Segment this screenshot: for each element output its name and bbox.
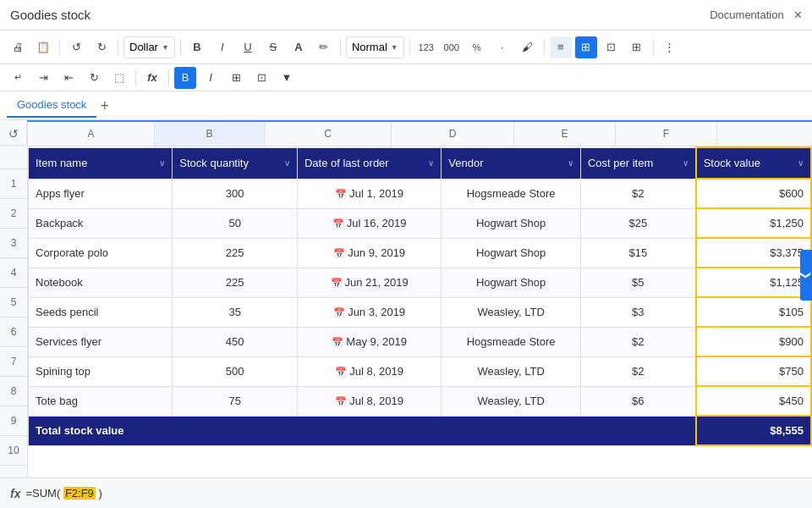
col-e-resize[interactable] bbox=[612, 122, 615, 146]
row-num-1[interactable]: 1 bbox=[0, 169, 27, 199]
grid-button[interactable]: ⊞ bbox=[225, 67, 247, 89]
cell-date[interactable]: 📅Jun 3, 2019 bbox=[297, 297, 441, 327]
row-corner[interactable]: ↺ bbox=[0, 122, 27, 146]
cell-qty[interactable]: 450 bbox=[173, 327, 298, 356]
cell-stock-value[interactable]: $600 bbox=[696, 179, 811, 208]
cell-vendor[interactable]: Hogwart Shop bbox=[442, 238, 581, 268]
font-format-dropdown[interactable]: Dollar ▼ bbox=[123, 36, 175, 58]
cell-item-name[interactable]: Backpack bbox=[29, 208, 173, 238]
more-options-button[interactable]: ⋮ bbox=[659, 36, 681, 58]
bold-active-button[interactable]: B bbox=[174, 67, 196, 89]
row-num-4[interactable]: 4 bbox=[0, 258, 27, 288]
cell-qty[interactable]: 75 bbox=[173, 386, 298, 416]
cell-item-name[interactable]: Apps flyer bbox=[29, 179, 173, 208]
cell-date[interactable]: 📅Jul 8, 2019 bbox=[297, 386, 441, 416]
row-num-9[interactable]: 9 bbox=[0, 406, 27, 436]
side-panel-toggle[interactable]: ❯ bbox=[800, 250, 812, 301]
print-button[interactable]: 🖨 bbox=[7, 36, 29, 58]
fx-button[interactable]: fx bbox=[141, 67, 163, 89]
col-header-b[interactable]: B bbox=[155, 122, 265, 146]
th-vendor[interactable]: Vendor ∨ bbox=[442, 147, 581, 179]
redo-button[interactable]: ↻ bbox=[91, 36, 112, 58]
format-pct-button[interactable]: % bbox=[466, 36, 488, 58]
cell-cost[interactable]: $15 bbox=[580, 238, 695, 268]
cell-item-name[interactable]: Seeds pencil bbox=[29, 297, 173, 327]
th-item-name-arrow[interactable]: ∨ bbox=[159, 158, 165, 168]
bold-button[interactable]: B bbox=[186, 36, 208, 58]
cell-vendor[interactable]: Hogwart Shop bbox=[442, 268, 581, 297]
align-left-button[interactable]: ≡ bbox=[550, 36, 572, 58]
normal-format-dropdown[interactable]: Normal ▼ bbox=[346, 36, 404, 58]
th-stock-qty-arrow[interactable]: ∨ bbox=[284, 158, 290, 168]
highlight-button[interactable]: ✏ bbox=[313, 36, 335, 58]
format-dec-button[interactable]: · bbox=[491, 36, 513, 58]
cell-qty[interactable]: 300 bbox=[173, 179, 298, 208]
cell-item-name[interactable]: Tote bag bbox=[29, 386, 173, 416]
cell-date[interactable]: 📅Jul 8, 2019 bbox=[297, 356, 441, 386]
align-center-button[interactable]: ⊞ bbox=[575, 36, 597, 58]
th-date-order[interactable]: Date of last order ∨ bbox=[297, 147, 441, 179]
th-item-name[interactable]: Item name ∨ bbox=[29, 147, 173, 179]
formula-italic-button[interactable]: I bbox=[200, 67, 222, 89]
row-num-10[interactable]: 10 bbox=[0, 436, 27, 466]
cell-vendor[interactable]: Weasley, LTD bbox=[442, 297, 581, 327]
cell-cost[interactable]: $2 bbox=[580, 179, 695, 208]
cell-stock-value[interactable]: $3,375 bbox=[696, 238, 811, 268]
row-num-3[interactable]: 3 bbox=[0, 229, 27, 258]
cell-date[interactable]: 📅Jun 21, 2019 bbox=[297, 268, 441, 297]
add-sheet-button[interactable]: + bbox=[100, 98, 109, 113]
undo-button[interactable]: ↺ bbox=[65, 36, 87, 58]
expand-button[interactable]: ⊞ bbox=[626, 36, 648, 58]
cell-cost[interactable]: $5 bbox=[580, 268, 695, 297]
th-stock-value[interactable]: Stock value ∨ bbox=[696, 147, 811, 179]
row-num-6[interactable]: 6 bbox=[0, 318, 27, 347]
cell-stock-value[interactable]: $105 bbox=[696, 297, 811, 327]
col-header-f[interactable]: F bbox=[616, 122, 717, 146]
row-num-5[interactable]: 5 bbox=[0, 288, 27, 318]
cell-date[interactable]: 📅May 9, 2019 bbox=[297, 327, 441, 356]
cell-cost[interactable]: $2 bbox=[580, 356, 695, 386]
filter-button[interactable]: ▼ bbox=[276, 67, 298, 89]
th-stock-value-arrow[interactable]: ∨ bbox=[798, 158, 804, 168]
paint-button[interactable]: 🖌 bbox=[517, 36, 539, 58]
cell-stock-value[interactable]: $900 bbox=[696, 327, 811, 356]
cell-item-name[interactable]: Spining top bbox=[29, 356, 173, 386]
copy-button[interactable]: 📋 bbox=[32, 36, 54, 58]
col-a-resize[interactable] bbox=[151, 122, 154, 146]
th-cost-arrow[interactable]: ∨ bbox=[683, 158, 689, 168]
cell-date[interactable]: 📅Jun 9, 2019 bbox=[297, 238, 441, 268]
th-cost-per-item[interactable]: Cost per item ∨ bbox=[580, 147, 695, 179]
cell-cost[interactable]: $6 bbox=[580, 386, 695, 416]
cell-qty[interactable]: 35 bbox=[173, 297, 298, 327]
merge2-button[interactable]: ⊡ bbox=[250, 67, 272, 89]
col-c-resize[interactable] bbox=[387, 122, 391, 146]
cell-cost[interactable]: $3 bbox=[580, 297, 695, 327]
format-123-button[interactable]: 123 bbox=[415, 36, 437, 58]
col-header-c[interactable]: C bbox=[265, 122, 392, 146]
freeze-button[interactable]: ⬚ bbox=[108, 67, 130, 89]
cell-date[interactable]: 📅Jul 16, 2019 bbox=[297, 208, 441, 238]
cell-item-name[interactable]: Corporate polo bbox=[29, 238, 173, 268]
outdent-button[interactable]: ⇤ bbox=[58, 67, 80, 89]
col-d-resize[interactable] bbox=[510, 122, 513, 146]
th-date-order-arrow[interactable]: ∨ bbox=[428, 158, 434, 168]
merge-button[interactable]: ⊡ bbox=[601, 36, 623, 58]
underline-button[interactable]: U bbox=[237, 36, 259, 58]
sheet-tab-goodies[interactable]: Goodies stock bbox=[7, 93, 96, 118]
cell-stock-value[interactable]: $1,250 bbox=[696, 208, 811, 238]
close-button[interactable]: × bbox=[794, 8, 802, 23]
cell-qty[interactable]: 225 bbox=[173, 268, 298, 297]
total-value[interactable]: $8,555 bbox=[696, 416, 811, 445]
cell-qty[interactable]: 225 bbox=[173, 238, 298, 268]
cell-cost[interactable]: $25 bbox=[580, 208, 695, 238]
documentation-link[interactable]: Documentation bbox=[710, 8, 783, 21]
cell-date[interactable]: 📅Jul 1, 2019 bbox=[297, 179, 441, 208]
format-000-button[interactable]: 000 bbox=[441, 36, 463, 58]
col-f-resize[interactable] bbox=[713, 122, 716, 146]
col-header-d[interactable]: D bbox=[392, 122, 514, 146]
cell-vendor[interactable]: Hogsmeade Store bbox=[442, 327, 581, 356]
italic-button[interactable]: I bbox=[211, 36, 233, 58]
cell-cost[interactable]: $2 bbox=[580, 327, 695, 356]
cell-vendor[interactable]: Hogwart Shop bbox=[442, 208, 581, 238]
wrap-button[interactable]: ↵ bbox=[7, 67, 29, 89]
